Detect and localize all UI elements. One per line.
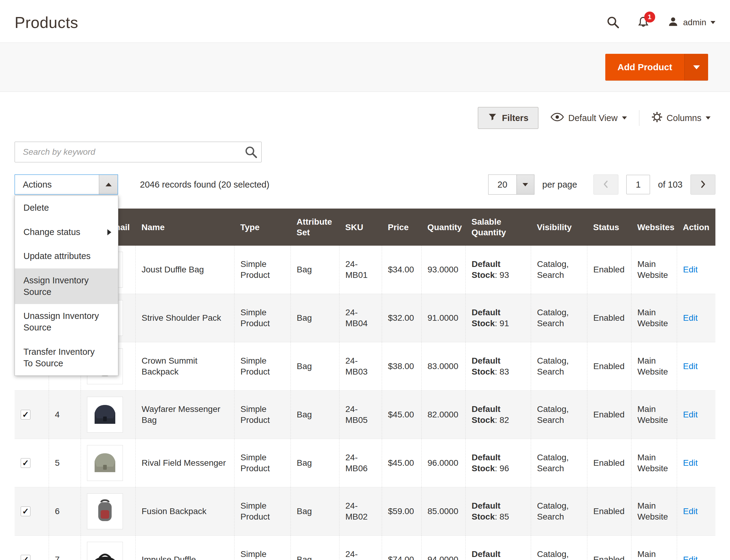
- cell-select: [15, 487, 49, 536]
- grid-toolbar: Actions DeleteChange statusUpdate attrib…: [15, 175, 715, 195]
- edit-link[interactable]: Edit: [683, 361, 698, 371]
- cell-quantity: 85.0000: [421, 487, 465, 536]
- menu-item-label: Transfer Inventory To Source: [23, 347, 95, 368]
- cell-sku: 24-MB03: [339, 342, 382, 391]
- edit-link[interactable]: Edit: [683, 506, 698, 516]
- header-type[interactable]: Type: [234, 209, 290, 246]
- cell-type: Simple Product: [234, 342, 290, 391]
- header-action: Action: [677, 209, 715, 246]
- row-checkbox[interactable]: [21, 458, 30, 468]
- cell-id: 6: [49, 487, 81, 536]
- menu-item-delete[interactable]: Delete: [15, 196, 118, 220]
- menu-item-label: Unassign Inventory Source: [23, 311, 99, 332]
- search-submit-button[interactable]: [244, 146, 257, 159]
- cell-status: Enabled: [587, 294, 631, 342]
- header-price[interactable]: Price: [382, 209, 421, 246]
- table-row: 4 Wayfarer Messenger Bag Simple Product …: [15, 391, 715, 439]
- cell-thumbnail: [81, 487, 135, 536]
- cell-thumbnail: [81, 391, 135, 439]
- row-checkbox[interactable]: [21, 555, 30, 560]
- add-product-split-button: Add Product: [605, 54, 708, 81]
- page-header: Products 1 admin: [0, 0, 730, 40]
- cell-status: Enabled: [587, 391, 631, 439]
- header-sku[interactable]: SKU: [339, 209, 382, 246]
- chevron-down-icon: [711, 21, 715, 24]
- cell-sku: 24-MB06: [339, 439, 382, 487]
- menu-item-label: Update attributes: [23, 251, 91, 261]
- header-visibility[interactable]: Visibility: [531, 209, 587, 246]
- per-page-label: per page: [542, 180, 577, 190]
- salable-value: : 85: [495, 512, 509, 521]
- actions-dropdown[interactable]: Actions DeleteChange statusUpdate attrib…: [15, 175, 118, 195]
- table-row: 2 Strive Shoulder Pack Simple Product Ba…: [15, 294, 715, 342]
- actions-toggle[interactable]: [99, 175, 118, 194]
- edit-link[interactable]: Edit: [683, 265, 698, 274]
- edit-link[interactable]: Edit: [683, 458, 698, 468]
- header-salable-quantity[interactable]: Salable Quantity: [465, 209, 531, 246]
- global-search-button[interactable]: [607, 16, 619, 29]
- columns-control[interactable]: Columns: [652, 112, 711, 125]
- user-icon: [667, 16, 679, 29]
- notifications-button[interactable]: 1: [637, 16, 650, 29]
- header-websites[interactable]: Websites: [631, 209, 677, 246]
- next-page-button[interactable]: [690, 175, 715, 195]
- admin-user-menu[interactable]: admin: [667, 16, 715, 29]
- cell-quantity: 94.0000: [421, 536, 465, 560]
- salable-value: : 96: [495, 464, 509, 473]
- per-page-toggle[interactable]: [517, 175, 534, 194]
- header-quantity[interactable]: Quantity: [421, 209, 465, 246]
- cell-select: [15, 536, 49, 560]
- menu-item-assign-inventory-source[interactable]: Assign Inventory Source: [15, 268, 118, 304]
- cell-thumbnail: [81, 439, 135, 487]
- keyword-search: [15, 142, 261, 162]
- add-product-toggle-button[interactable]: [684, 54, 708, 81]
- page-number-input[interactable]: [626, 175, 650, 194]
- chevron-down-icon: [693, 65, 700, 69]
- cell-action: Edit: [677, 294, 715, 342]
- cell-attribute-set: Bag: [290, 342, 339, 391]
- per-page-select[interactable]: 20: [488, 175, 535, 195]
- cell-name: Strive Shoulder Pack: [135, 294, 234, 342]
- edit-link[interactable]: Edit: [683, 555, 698, 560]
- products-grid: ID Thumbnail Name Type Attribute Set SKU…: [15, 209, 715, 560]
- default-view-control[interactable]: Default View: [551, 112, 627, 124]
- cell-salable-quantity: Default Stock: 93: [465, 246, 531, 294]
- search-input[interactable]: [15, 142, 261, 162]
- cell-type: Simple Product: [234, 391, 290, 439]
- menu-item-unassign-inventory-source[interactable]: Unassign Inventory Source: [15, 304, 118, 340]
- page-title: Products: [15, 13, 78, 32]
- filters-button[interactable]: Filters: [478, 107, 538, 129]
- salable-value: : 82: [495, 415, 509, 425]
- table-header-row: ID Thumbnail Name Type Attribute Set SKU…: [15, 209, 715, 246]
- cell-salable-quantity: Default Stock: 94: [465, 536, 531, 560]
- edit-link[interactable]: Edit: [683, 410, 698, 419]
- cell-status: Enabled: [587, 439, 631, 487]
- cell-action: Edit: [677, 439, 715, 487]
- previous-page-button[interactable]: [593, 175, 618, 195]
- header-attribute-set[interactable]: Attribute Set: [290, 209, 339, 246]
- cell-visibility: Catalog, Search: [531, 439, 587, 487]
- menu-item-transfer-inventory-to-source[interactable]: Transfer Inventory To Source: [15, 340, 118, 375]
- cell-visibility: Catalog, Search: [531, 536, 587, 560]
- cell-websites: Main Website: [631, 439, 677, 487]
- salable-value: : 91: [495, 319, 509, 328]
- menu-item-update-attributes[interactable]: Update attributes: [15, 244, 118, 268]
- cell-name: Rival Field Messenger: [135, 439, 234, 487]
- product-thumbnail: [87, 397, 123, 433]
- search-icon: [244, 155, 257, 159]
- row-checkbox[interactable]: [21, 410, 30, 420]
- cell-action: Edit: [677, 342, 715, 391]
- cell-price: $45.00: [382, 439, 421, 487]
- cell-name: Wayfarer Messenger Bag: [135, 391, 234, 439]
- header-status[interactable]: Status: [587, 209, 631, 246]
- edit-link[interactable]: Edit: [683, 313, 698, 323]
- menu-item-change-status[interactable]: Change status: [15, 220, 118, 244]
- cell-type: Simple Product: [234, 294, 290, 342]
- pagination: 20 per page of 103: [488, 175, 715, 195]
- cell-salable-quantity: Default Stock: 96: [465, 439, 531, 487]
- row-checkbox[interactable]: [21, 506, 30, 516]
- header-name[interactable]: Name: [135, 209, 234, 246]
- product-thumbnail: [87, 493, 123, 529]
- add-product-button[interactable]: Add Product: [605, 54, 684, 81]
- salable-source-label: Default Stock: [472, 549, 501, 560]
